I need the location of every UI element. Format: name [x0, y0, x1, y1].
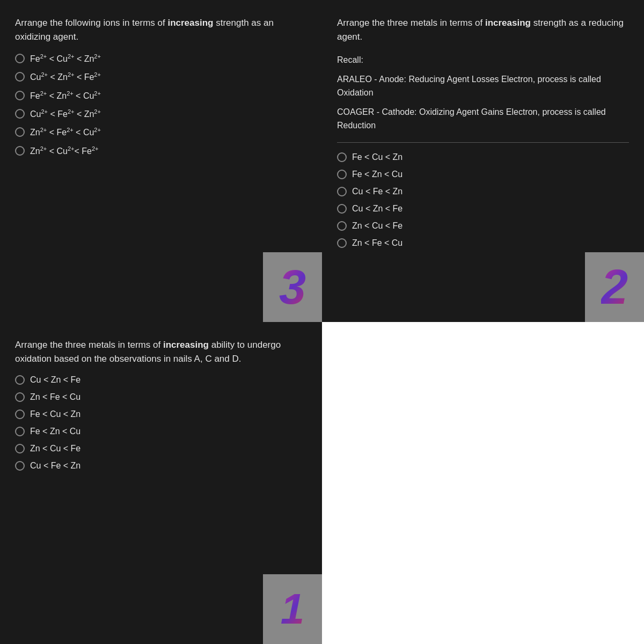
- option-label: Fe < Zn < Cu: [30, 427, 80, 436]
- option-label: Cu < Fe < Zn: [30, 461, 80, 471]
- list-item[interactable]: Cu2+ < Fe2+ < Zn2+: [15, 108, 307, 119]
- list-item[interactable]: Zn < Cu < Fe: [15, 444, 307, 453]
- divider: [337, 142, 629, 143]
- option-label: Cu < Fe < Zn: [352, 187, 402, 196]
- top-right-options: Fe < Cu < Zn Fe < Zn < Cu Cu < Fe < Zn C…: [337, 152, 629, 248]
- badge-number-1: 1: [281, 588, 305, 631]
- recall-label: Recall:: [337, 53, 629, 67]
- top-left-question: Arrange the following ions in terms of i…: [15, 16, 307, 43]
- option-label: Fe < Cu < Zn: [352, 152, 402, 162]
- option-label: Cu < Zn < Fe: [30, 375, 80, 385]
- radio-button[interactable]: [15, 461, 25, 471]
- bottom-left-question: Arrange the three metals in terms of inc…: [15, 338, 307, 365]
- radio-button[interactable]: [15, 444, 25, 453]
- list-item[interactable]: Zn < Cu < Fe: [337, 221, 629, 231]
- option-label: Fe < Cu < Zn: [30, 409, 80, 419]
- radio-button[interactable]: [15, 54, 25, 63]
- radio-button[interactable]: [337, 221, 347, 231]
- badge-number-3: 3: [279, 263, 306, 311]
- radio-button[interactable]: [15, 392, 25, 402]
- radio-button[interactable]: [15, 91, 25, 100]
- list-item[interactable]: Fe < Zn < Cu: [337, 170, 629, 179]
- radio-button[interactable]: [15, 72, 25, 82]
- bottom-left-quadrant: Arrange the three metals in terms of inc…: [0, 322, 322, 644]
- radio-button[interactable]: [15, 427, 25, 436]
- option-label: Fe2+ < Cu2+ < Zn2+: [30, 53, 101, 64]
- radio-button[interactable]: [15, 375, 25, 385]
- list-item[interactable]: Fe < Cu < Zn: [15, 409, 307, 419]
- option-label: Zn < Cu < Fe: [352, 221, 402, 231]
- list-item[interactable]: Fe < Zn < Cu: [15, 427, 307, 436]
- option-label: Fe < Zn < Cu: [352, 170, 402, 179]
- radio-button[interactable]: [337, 204, 347, 214]
- option-label: Fe2+ < Zn2+ < Cu2+: [30, 90, 101, 101]
- top-right-question: Arrange the three metals in terms of inc…: [337, 16, 629, 43]
- list-item[interactable]: Zn < Fe < Cu: [15, 392, 307, 402]
- list-item[interactable]: Fe < Cu < Zn: [337, 152, 629, 162]
- list-item[interactable]: Cu < Fe < Zn: [337, 187, 629, 196]
- radio-button[interactable]: [15, 127, 25, 137]
- top-left-options: Fe2+ < Cu2+ < Zn2+ Cu2+ < Zn2+ < Fe2+ Fe…: [15, 53, 307, 156]
- radio-button[interactable]: [15, 146, 25, 156]
- recall-section: Recall: ARALEO - Anode: Reducing Agent L…: [337, 53, 629, 133]
- option-label: Zn < Cu < Fe: [30, 444, 80, 453]
- list-item[interactable]: Fe2+ < Cu2+ < Zn2+: [15, 53, 307, 64]
- list-item[interactable]: Zn2+ < Cu2+< Fe2+: [15, 145, 307, 156]
- badge-2-overlay: 2: [585, 252, 644, 322]
- list-item[interactable]: Cu < Zn < Fe: [15, 375, 307, 385]
- option-label: Zn2+ < Fe2+ < Cu2+: [30, 127, 101, 137]
- list-item[interactable]: Zn2+ < Fe2+ < Cu2+: [15, 127, 307, 137]
- radio-button[interactable]: [15, 409, 25, 419]
- list-item[interactable]: Cu < Fe < Zn: [15, 461, 307, 471]
- option-label: Cu < Zn < Fe: [352, 204, 402, 214]
- option-label: Cu2+ < Zn2+ < Fe2+: [30, 71, 101, 82]
- radio-button[interactable]: [337, 238, 347, 248]
- option-label: Cu2+ < Fe2+ < Zn2+: [30, 108, 101, 119]
- list-item[interactable]: Cu < Zn < Fe: [337, 204, 629, 214]
- badge-3-overlay: 3: [263, 252, 322, 322]
- option-label: Zn2+ < Cu2+< Fe2+: [30, 145, 98, 156]
- list-item[interactable]: Fe2+ < Zn2+ < Cu2+: [15, 90, 307, 101]
- option-label: Zn < Fe < Cu: [352, 238, 402, 248]
- araleo-text: ARALEO - Anode: Reducing Agent Losses El…: [337, 72, 629, 100]
- badge-1-overlay: 1: [263, 574, 322, 644]
- option-label: Zn < Fe < Cu: [30, 392, 80, 402]
- top-right-quadrant: Arrange the three metals in terms of inc…: [322, 0, 644, 322]
- radio-button[interactable]: [337, 187, 347, 196]
- badge-number-2: 2: [601, 263, 628, 311]
- coager-text: COAGER - Cathode: Oxidizing Agent Gains …: [337, 105, 629, 133]
- list-item[interactable]: Cu2+ < Zn2+ < Fe2+: [15, 71, 307, 82]
- radio-button[interactable]: [15, 109, 25, 119]
- bottom-left-options: Cu < Zn < Fe Zn < Fe < Cu Fe < Cu < Zn F…: [15, 375, 307, 471]
- top-left-quadrant: Arrange the following ions in terms of i…: [0, 0, 322, 322]
- list-item[interactable]: Zn < Fe < Cu: [337, 238, 629, 248]
- radio-button[interactable]: [337, 152, 347, 162]
- radio-button[interactable]: [337, 170, 347, 179]
- bottom-right-quadrant: [322, 322, 644, 644]
